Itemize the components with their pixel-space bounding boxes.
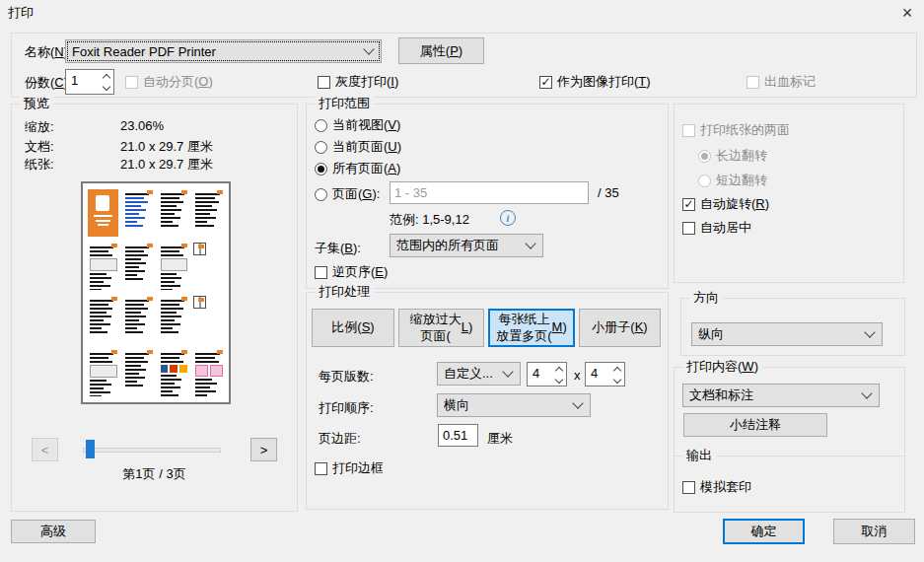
checkbox-icon bbox=[125, 76, 138, 89]
orientation-combobox[interactable]: 纵向 bbox=[691, 322, 883, 346]
all-pages-radio[interactable]: 所有页面(A) bbox=[315, 160, 400, 177]
preview-mini-page bbox=[123, 296, 154, 343]
print-border-checkbox[interactable]: 打印边框 bbox=[315, 459, 384, 477]
pages-per-sheet-label: 每页版数: bbox=[319, 368, 374, 386]
print-handling-group-title: 打印处理 bbox=[315, 284, 374, 300]
checkbox-icon bbox=[318, 76, 330, 89]
preview-grid bbox=[88, 189, 224, 396]
orientation-value: 纵向 bbox=[698, 325, 860, 343]
current-view-radio[interactable]: 当前视图(V) bbox=[315, 116, 400, 134]
example-text: 范例: 1,5-9,12 bbox=[390, 211, 469, 229]
chevron-down-icon bbox=[861, 387, 872, 398]
margin-label: 页边距: bbox=[319, 430, 361, 448]
preview-mini-page bbox=[159, 243, 189, 290]
print-content-group: 打印内容(W) 文档和标注 小结注释 bbox=[674, 367, 905, 457]
advanced-button[interactable]: 高级 bbox=[11, 520, 96, 543]
next-page-button[interactable]: > bbox=[250, 438, 277, 461]
page-range-input bbox=[390, 181, 589, 204]
close-icon[interactable]: × bbox=[892, 0, 922, 26]
preview-mini-page bbox=[123, 349, 154, 396]
cancel-button[interactable]: 取消 bbox=[833, 519, 915, 544]
pages-radio[interactable]: 页面(G): bbox=[315, 185, 380, 203]
checkbox-icon bbox=[682, 124, 695, 137]
checkbox-icon bbox=[746, 76, 759, 89]
simulate-overprint-checkbox[interactable]: 模拟套印 bbox=[682, 478, 751, 496]
subset-value: 范围内的所有页面 bbox=[396, 237, 521, 254]
radio-icon bbox=[315, 141, 327, 154]
preview-mini-page bbox=[88, 189, 118, 237]
page-order-label: 打印顺序: bbox=[319, 399, 374, 417]
preview-group: 预览 缩放: 23.06% 文档: 21.0 x 29.7 厘米 纸张: 21.… bbox=[11, 104, 298, 512]
chevron-down-icon bbox=[363, 43, 374, 54]
bleed-marks-checkbox: 出血标记 bbox=[746, 73, 816, 91]
summarize-comments-button[interactable]: 小结注释 bbox=[683, 413, 827, 437]
page-slider[interactable] bbox=[83, 440, 221, 458]
collate-checkbox: 自动分页(O) bbox=[125, 73, 213, 91]
page-indicator: 第1页 / 3页 bbox=[12, 465, 297, 483]
copies-value: 1 bbox=[66, 70, 99, 94]
shrink-oversized-button[interactable]: 缩放过大 页面(L) bbox=[398, 309, 484, 347]
printer-name-value: Foxit Reader PDF Printer bbox=[72, 44, 359, 59]
preview-mini-page bbox=[159, 349, 189, 396]
auto-center-checkbox[interactable]: 自动居中 bbox=[682, 219, 751, 237]
slider-handle[interactable] bbox=[86, 440, 95, 458]
tiles-y-value: 4 bbox=[586, 363, 609, 386]
scale-button[interactable]: 比例(S) bbox=[312, 309, 394, 347]
zoom-label: 缩放: bbox=[25, 118, 54, 136]
print-handling-group: 打印处理 比例(S) 缩放过大 页面(L) 每张纸上 放置多页(M) 小册子(K… bbox=[306, 292, 669, 510]
pages-total-label: / 35 bbox=[598, 185, 619, 200]
grayscale-checkbox[interactable]: 灰度打印(I) bbox=[318, 73, 398, 91]
zoom-value: 23.06% bbox=[120, 118, 164, 133]
tiles-x-spinner[interactable]: 4 bbox=[527, 362, 567, 386]
page-order-combobox[interactable]: 横向 bbox=[437, 393, 591, 417]
flip-long-edge-radio: 长边翻转 bbox=[698, 147, 767, 165]
booklet-button[interactable]: 小册子(K) bbox=[579, 309, 661, 347]
paper-label: 纸张: bbox=[25, 156, 54, 174]
spinner-arrows-icon[interactable] bbox=[99, 70, 113, 94]
reverse-pages-checkbox[interactable]: 逆页序(E) bbox=[315, 263, 388, 281]
checkbox-icon bbox=[682, 222, 695, 235]
preview-mini-page bbox=[193, 189, 224, 237]
spinner-arrows-icon[interactable] bbox=[551, 363, 566, 386]
properties-button[interactable]: 属性(P) bbox=[398, 37, 484, 64]
orientation-group: 方向 纵向 bbox=[680, 298, 905, 356]
output-group: 输出 模拟套印 bbox=[674, 456, 905, 513]
prev-page-button: < bbox=[32, 438, 58, 461]
preview-thumbnail bbox=[81, 181, 231, 404]
print-content-combobox[interactable]: 文档和标注 bbox=[682, 384, 880, 407]
preview-mini-page bbox=[123, 243, 154, 290]
preview-group-title: 预览 bbox=[20, 96, 53, 111]
ok-button[interactable]: 确定 bbox=[723, 519, 805, 544]
copies-spinner[interactable]: 1 bbox=[65, 69, 114, 95]
chevron-down-icon bbox=[572, 397, 583, 408]
paper-size-value: 21.0 x 29.7 厘米 bbox=[120, 156, 213, 174]
dialog-title: 打印 bbox=[8, 4, 34, 22]
tiles-y-spinner[interactable]: 4 bbox=[585, 362, 625, 386]
preview-mini-page bbox=[193, 243, 206, 255]
chevron-down-icon bbox=[864, 326, 875, 337]
print-as-image-checkbox[interactable]: 作为图像打印(T) bbox=[539, 73, 651, 91]
page-order-value: 横向 bbox=[444, 396, 568, 414]
orientation-group-title: 方向 bbox=[689, 290, 723, 306]
auto-rotate-checkbox[interactable]: 自动旋转(R) bbox=[682, 195, 769, 213]
print-range-group: 打印范围 当前视图(V) 当前页面(U) 所有页面(A) 页面(G): / 35… bbox=[306, 104, 669, 289]
current-page-radio[interactable]: 当前页面(U) bbox=[315, 138, 401, 156]
margin-unit-label: 厘米 bbox=[487, 430, 513, 448]
radio-icon bbox=[698, 175, 711, 187]
subset-combobox[interactable]: 范围内的所有页面 bbox=[390, 234, 543, 257]
multiple-pages-per-sheet-button[interactable]: 每张纸上 放置多页(M) bbox=[488, 309, 575, 347]
slider-track[interactable] bbox=[83, 448, 221, 453]
spinner-arrows-icon[interactable] bbox=[609, 363, 624, 386]
checkbox-checked-icon bbox=[682, 198, 695, 211]
tiles-x-value: 4 bbox=[528, 363, 551, 386]
checkbox-icon bbox=[315, 266, 327, 279]
pages-per-sheet-combobox[interactable]: 自定义... bbox=[437, 362, 521, 386]
handling-mode-buttons: 比例(S) 缩放过大 页面(L) 每张纸上 放置多页(M) 小册子(K) bbox=[312, 309, 661, 347]
info-icon[interactable]: i bbox=[500, 210, 516, 226]
radio-selected-icon bbox=[315, 163, 327, 176]
margin-input[interactable] bbox=[438, 424, 478, 447]
printer-name-combobox[interactable]: Foxit Reader PDF Printer bbox=[65, 39, 382, 63]
preview-mini-page bbox=[88, 296, 118, 343]
chevron-down-icon bbox=[525, 238, 535, 248]
chevron-down-icon bbox=[502, 366, 513, 377]
